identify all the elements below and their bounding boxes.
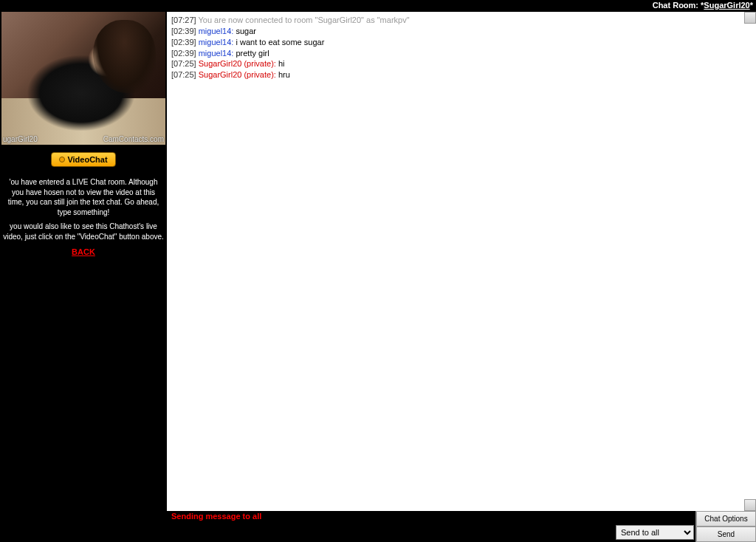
info-text-2: you would also like to see this Chathost… bbox=[3, 222, 164, 241]
chat-text: hi bbox=[278, 59, 285, 68]
host-thumbnail[interactable]: ugarGirl20 CamContacts.com bbox=[1, 12, 165, 145]
chat-log[interactable]: [07:27] You are now connected to room "S… bbox=[167, 12, 756, 511]
chat-line: [07:27] You are now connected to room "S… bbox=[171, 15, 752, 26]
timestamp: [02:39] bbox=[171, 38, 199, 47]
chat-username: miguel14: bbox=[199, 49, 236, 58]
status-text: Sending message to all bbox=[171, 512, 261, 521]
chat-text: sugar bbox=[236, 27, 256, 35]
timestamp: [07:25] bbox=[171, 70, 199, 79]
status-bar: Sending message to all bbox=[167, 511, 695, 523]
chat-line: [02:39] miguel14: i want to eat some sug… bbox=[171, 37, 752, 48]
sidebar: ugarGirl20 CamContacts.com VideoChat 'ou… bbox=[0, 12, 167, 542]
timestamp: [02:39] bbox=[171, 27, 199, 35]
send-button[interactable]: Send bbox=[696, 526, 756, 542]
chat-text: pretty girl bbox=[236, 49, 269, 58]
message-input[interactable] bbox=[167, 523, 614, 542]
chat-text: You are now connected to room "SugarGirl… bbox=[199, 16, 410, 24]
chat-options-button[interactable]: Chat Options bbox=[696, 511, 756, 526]
chat-line: [02:39] miguel14: sugar bbox=[171, 26, 752, 37]
header-label: Chat Room: bbox=[653, 1, 701, 10]
timestamp: [07:27] bbox=[171, 16, 199, 24]
room-name[interactable]: SugarGirl20 bbox=[704, 1, 749, 10]
watermark-host: ugarGirl20 bbox=[3, 135, 38, 143]
chat-username: miguel14: bbox=[199, 38, 236, 47]
chat-panel: [07:27] You are now connected to room "S… bbox=[167, 12, 756, 542]
chat-username: SugarGirl20 (private): bbox=[199, 59, 278, 68]
action-buttons: Chat Options Send bbox=[695, 511, 756, 542]
chat-line: [07:25] SugarGirl20 (private): hi bbox=[171, 58, 752, 69]
videochat-button[interactable]: VideoChat bbox=[51, 152, 115, 167]
chat-line: [07:25] SugarGirl20 (private): hru bbox=[171, 69, 752, 80]
scroll-down-icon[interactable] bbox=[744, 499, 756, 511]
timestamp: [02:39] bbox=[171, 49, 199, 58]
webcam-icon bbox=[59, 157, 65, 162]
header-bar: Chat Room: *SugarGirl20* bbox=[0, 0, 756, 12]
watermark-site: CamContacts.com bbox=[103, 135, 164, 143]
chat-username: SugarGirl20 (private): bbox=[199, 70, 278, 79]
timestamp: [07:25] bbox=[171, 59, 199, 68]
chat-text: i want to eat some sugar bbox=[236, 38, 324, 47]
videochat-label: VideoChat bbox=[67, 155, 107, 164]
scroll-up-icon[interactable] bbox=[744, 12, 756, 24]
send-target-select[interactable]: Send to all bbox=[616, 525, 694, 540]
back-link[interactable]: BACK bbox=[0, 247, 167, 256]
chat-text: hru bbox=[278, 70, 290, 79]
chat-username: miguel14: bbox=[199, 27, 236, 35]
chat-line: [02:39] miguel14: pretty girl bbox=[171, 48, 752, 59]
input-row: Send to all bbox=[167, 523, 695, 542]
info-text-1: 'ou have entered a LIVE Chat room. Altho… bbox=[3, 177, 164, 217]
